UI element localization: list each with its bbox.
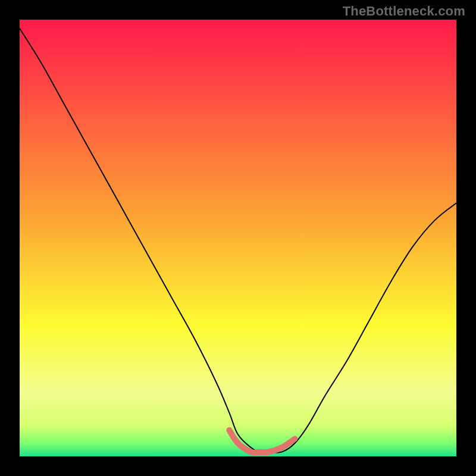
chart-frame: TheBottleneck.com xyxy=(0,0,476,476)
chart-background xyxy=(20,20,456,456)
watermark-text: TheBottleneck.com xyxy=(343,4,465,19)
bottleneck-chart xyxy=(20,20,456,456)
